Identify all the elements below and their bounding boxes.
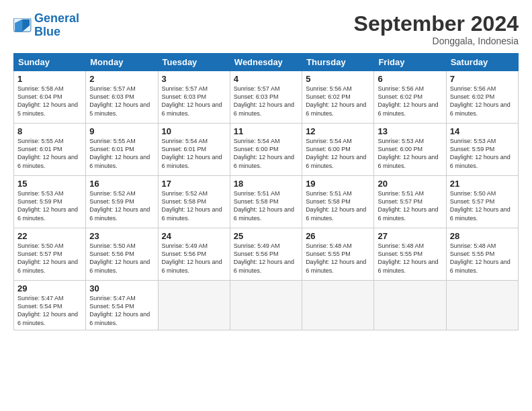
col-friday: Friday [374, 54, 446, 71]
cell-info: Sunrise: 5:57 AMSunset: 6:03 PMDaylight:… [234, 85, 298, 118]
table-row: 11 Sunrise: 5:54 AMSunset: 6:00 PMDaylig… [230, 124, 302, 176]
col-thursday: Thursday [302, 54, 374, 71]
table-row: 30 Sunrise: 5:47 AMSunset: 5:54 PMDaylig… [86, 281, 158, 330]
table-row [446, 281, 518, 330]
calendar: Sunday Monday Tuesday Wednesday Thursday… [13, 53, 519, 330]
cell-info: Sunrise: 5:55 AMSunset: 6:01 PMDaylight:… [17, 137, 82, 170]
table-row: 23 Sunrise: 5:50 AMSunset: 5:56 PMDaylig… [86, 228, 158, 281]
location: Donggala, Indonesia [354, 36, 519, 46]
table-row: 29 Sunrise: 5:47 AMSunset: 5:54 PMDaylig… [14, 281, 86, 330]
table-row: 2 Sunrise: 5:57 AMSunset: 6:03 PMDayligh… [86, 71, 158, 124]
table-row: 20 Sunrise: 5:51 AMSunset: 5:57 PMDaylig… [374, 176, 446, 228]
col-saturday: Saturday [446, 54, 518, 71]
day-number: 12 [306, 126, 370, 136]
table-row [230, 281, 302, 330]
day-number: 4 [234, 74, 298, 84]
table-row: 8 Sunrise: 5:55 AMSunset: 6:01 PMDayligh… [14, 124, 86, 176]
cell-info: Sunrise: 5:51 AMSunset: 5:58 PMDaylight:… [234, 189, 298, 222]
table-row: 4 Sunrise: 5:57 AMSunset: 6:03 PMDayligh… [230, 71, 302, 124]
day-number: 10 [162, 126, 226, 136]
col-monday: Monday [86, 54, 158, 71]
cell-info: Sunrise: 5:57 AMSunset: 6:03 PMDaylight:… [89, 85, 154, 118]
table-row: 24 Sunrise: 5:49 AMSunset: 5:56 PMDaylig… [158, 228, 230, 281]
cell-info: Sunrise: 5:51 AMSunset: 5:58 PMDaylight:… [306, 189, 370, 222]
day-number: 1 [17, 74, 82, 84]
calendar-week-row: 1 Sunrise: 5:58 AMSunset: 6:04 PMDayligh… [14, 71, 519, 124]
col-sunday: Sunday [14, 54, 86, 71]
table-row: 14 Sunrise: 5:53 AMSunset: 5:59 PMDaylig… [446, 124, 518, 176]
day-number: 20 [378, 179, 442, 189]
table-row: 16 Sunrise: 5:52 AMSunset: 5:59 PMDaylig… [86, 176, 158, 228]
table-row: 22 Sunrise: 5:50 AMSunset: 5:57 PMDaylig… [14, 228, 86, 281]
day-number: 18 [234, 179, 298, 189]
day-number: 15 [17, 179, 82, 189]
table-row: 19 Sunrise: 5:51 AMSunset: 5:58 PMDaylig… [302, 176, 374, 228]
day-number: 23 [89, 231, 154, 241]
cell-info: Sunrise: 5:54 AMSunset: 6:00 PMDaylight:… [234, 137, 298, 170]
calendar-week-row: 29 Sunrise: 5:47 AMSunset: 5:54 PMDaylig… [14, 281, 519, 330]
logo: General Blue [13, 12, 79, 39]
day-number: 6 [378, 74, 442, 84]
day-number: 5 [306, 74, 370, 84]
logo-text: General Blue [34, 12, 79, 39]
table-row: 3 Sunrise: 5:57 AMSunset: 6:03 PMDayligh… [158, 71, 230, 124]
day-number: 21 [450, 179, 515, 189]
calendar-week-row: 22 Sunrise: 5:50 AMSunset: 5:57 PMDaylig… [14, 228, 519, 281]
day-number: 7 [450, 74, 515, 84]
table-row: 21 Sunrise: 5:50 AMSunset: 5:57 PMDaylig… [446, 176, 518, 228]
cell-info: Sunrise: 5:49 AMSunset: 5:56 PMDaylight:… [234, 242, 298, 275]
table-row: 7 Sunrise: 5:56 AMSunset: 6:02 PMDayligh… [446, 71, 518, 124]
calendar-week-row: 15 Sunrise: 5:53 AMSunset: 5:59 PMDaylig… [14, 176, 519, 228]
cell-info: Sunrise: 5:47 AMSunset: 5:54 PMDaylight:… [17, 294, 82, 327]
cell-info: Sunrise: 5:47 AMSunset: 5:54 PMDaylight:… [89, 294, 154, 327]
cell-info: Sunrise: 5:50 AMSunset: 5:57 PMDaylight:… [17, 242, 82, 275]
day-number: 28 [450, 231, 515, 241]
table-row: 6 Sunrise: 5:56 AMSunset: 6:02 PMDayligh… [374, 71, 446, 124]
cell-info: Sunrise: 5:52 AMSunset: 5:59 PMDaylight:… [89, 189, 154, 222]
table-row: 13 Sunrise: 5:53 AMSunset: 6:00 PMDaylig… [374, 124, 446, 176]
table-row: 26 Sunrise: 5:48 AMSunset: 5:55 PMDaylig… [302, 228, 374, 281]
table-row: 18 Sunrise: 5:51 AMSunset: 5:58 PMDaylig… [230, 176, 302, 228]
day-number: 13 [378, 126, 442, 136]
table-row: 12 Sunrise: 5:54 AMSunset: 6:00 PMDaylig… [302, 124, 374, 176]
cell-info: Sunrise: 5:53 AMSunset: 6:00 PMDaylight:… [378, 137, 442, 170]
table-row: 10 Sunrise: 5:54 AMSunset: 6:01 PMDaylig… [158, 124, 230, 176]
cell-info: Sunrise: 5:58 AMSunset: 6:04 PMDaylight:… [17, 85, 82, 118]
table-row [158, 281, 230, 330]
cell-info: Sunrise: 5:50 AMSunset: 5:56 PMDaylight:… [89, 242, 154, 275]
day-number: 25 [234, 231, 298, 241]
day-number: 29 [17, 283, 82, 293]
cell-info: Sunrise: 5:56 AMSunset: 6:02 PMDaylight:… [306, 85, 370, 118]
col-wednesday: Wednesday [230, 54, 302, 71]
table-row: 28 Sunrise: 5:48 AMSunset: 5:55 PMDaylig… [446, 228, 518, 281]
table-row: 15 Sunrise: 5:53 AMSunset: 5:59 PMDaylig… [14, 176, 86, 228]
table-row: 9 Sunrise: 5:55 AMSunset: 6:01 PMDayligh… [86, 124, 158, 176]
day-number: 26 [306, 231, 370, 241]
title-block: September 2024 Donggala, Indonesia [354, 12, 519, 46]
cell-info: Sunrise: 5:54 AMSunset: 6:01 PMDaylight:… [162, 137, 226, 170]
table-row: 27 Sunrise: 5:48 AMSunset: 5:55 PMDaylig… [374, 228, 446, 281]
table-row: 5 Sunrise: 5:56 AMSunset: 6:02 PMDayligh… [302, 71, 374, 124]
cell-info: Sunrise: 5:48 AMSunset: 5:55 PMDaylight:… [450, 242, 515, 275]
cell-info: Sunrise: 5:50 AMSunset: 5:57 PMDaylight:… [450, 189, 515, 222]
table-row: 1 Sunrise: 5:58 AMSunset: 6:04 PMDayligh… [14, 71, 86, 124]
cell-info: Sunrise: 5:53 AMSunset: 5:59 PMDaylight:… [450, 137, 515, 170]
cell-info: Sunrise: 5:56 AMSunset: 6:02 PMDaylight:… [378, 85, 442, 118]
day-number: 11 [234, 126, 298, 136]
day-number: 22 [17, 231, 82, 241]
cell-info: Sunrise: 5:49 AMSunset: 5:56 PMDaylight:… [162, 242, 226, 275]
page: General Blue September 2024 Donggala, In… [0, 0, 532, 411]
calendar-week-row: 8 Sunrise: 5:55 AMSunset: 6:01 PMDayligh… [14, 124, 519, 176]
table-row: 17 Sunrise: 5:52 AMSunset: 5:58 PMDaylig… [158, 176, 230, 228]
cell-info: Sunrise: 5:55 AMSunset: 6:01 PMDaylight:… [89, 137, 154, 170]
month-title: September 2024 [354, 12, 519, 36]
cell-info: Sunrise: 5:53 AMSunset: 5:59 PMDaylight:… [17, 189, 82, 222]
cell-info: Sunrise: 5:54 AMSunset: 6:00 PMDaylight:… [306, 137, 370, 170]
day-number: 24 [162, 231, 226, 241]
logo-icon [13, 18, 32, 33]
day-number: 14 [450, 126, 515, 136]
header: General Blue September 2024 Donggala, In… [13, 12, 519, 46]
table-row [302, 281, 374, 330]
cell-info: Sunrise: 5:51 AMSunset: 5:57 PMDaylight:… [378, 189, 442, 222]
cell-info: Sunrise: 5:56 AMSunset: 6:02 PMDaylight:… [450, 85, 515, 118]
